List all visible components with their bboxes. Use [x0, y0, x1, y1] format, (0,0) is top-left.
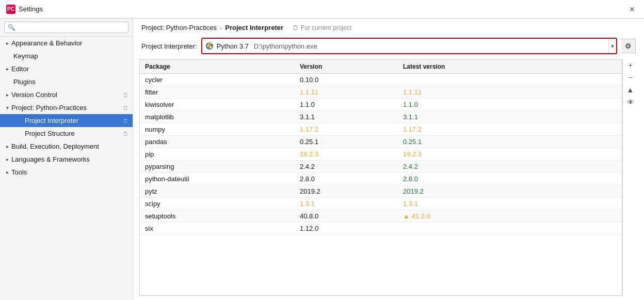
sidebar-item-keymap[interactable]: Keymap: [0, 50, 133, 62]
cell-package: pip: [140, 148, 295, 160]
cell-latest: 0.25.1: [398, 136, 622, 148]
cell-package: kiwisolver: [140, 99, 295, 110]
cell-latest: 2.8.0: [398, 173, 622, 185]
search-input[interactable]: [4, 22, 128, 33]
main-layout: ▸Appearance & BehaviorKeymap▸EditorPlugi…: [0, 19, 644, 300]
interpreter-row: Project Interpreter: Python 3.7 D:\pytho…: [133, 35, 644, 59]
copy-icon: 🗒: [123, 92, 128, 98]
sidebar-item-editor[interactable]: ▸Editor: [0, 62, 133, 75]
remove-package-button[interactable]: −: [624, 72, 637, 83]
breadcrumb-separator: ›: [220, 24, 222, 31]
sidebar-item-label: Languages & Frameworks: [11, 155, 90, 163]
copy-icon: 🗒: [123, 118, 128, 124]
hint-text: For current project: [301, 24, 351, 31]
content-area: Project: Python-Practices › Project Inte…: [133, 19, 644, 300]
close-button[interactable]: ✕: [626, 4, 638, 15]
sidebar-item-plugins[interactable]: Plugins: [0, 75, 133, 88]
cell-version: 40.8.0: [295, 210, 398, 222]
table-row[interactable]: setuptools 40.8.0 ▲ 41.2.0: [140, 210, 622, 223]
cell-package: matplotlib: [140, 111, 295, 123]
cell-latest: 1.1.11: [398, 86, 622, 98]
cell-latest: 3.1.1: [398, 111, 622, 123]
sidebar-item-label: Editor: [11, 65, 29, 73]
sidebar-item-project[interactable]: ▾Project: Python-Practices🗒: [0, 101, 133, 114]
table-main: Package Version Latest version cycler 0.…: [139, 59, 622, 296]
table-row[interactable]: pytz 2019.2 2019.2: [140, 185, 622, 198]
cell-latest: 1.3.1: [398, 198, 622, 210]
col-header-version: Version: [295, 60, 398, 73]
copy-icon: 🗒: [123, 131, 128, 137]
table-row[interactable]: pip 19.2.3 19.2.3: [140, 148, 622, 161]
cell-version: 3.1.1: [295, 111, 398, 123]
app-title: Settings: [19, 5, 43, 13]
arrow-icon: ▾: [6, 105, 9, 110]
cell-package: pyparsing: [140, 161, 295, 172]
sidebar-item-label: Version Control: [11, 91, 57, 99]
breadcrumb-hint: 🗒 For current project: [293, 24, 351, 31]
sidebar-item-tools[interactable]: ▸Tools: [0, 166, 133, 179]
table-row[interactable]: numpy 1.17.2 1.17.2: [140, 123, 622, 136]
svg-point-1: [210, 43, 211, 44]
title-bar-left: PC Settings: [6, 5, 43, 14]
sidebar-item-label: Build, Execution, Deployment: [11, 143, 99, 150]
svg-point-2: [208, 48, 209, 49]
cell-latest: 1.17.2: [398, 123, 622, 135]
cell-version: 0.25.1: [295, 136, 398, 148]
right-actions: + − ▲ 👁: [622, 59, 638, 296]
sidebar-item-build[interactable]: ▸Build, Execution, Deployment: [0, 140, 133, 153]
sidebar-item-label: Project Structure: [25, 130, 75, 137]
cell-latest: 2019.2: [398, 185, 622, 197]
cell-version: 2.4.2: [295, 161, 398, 172]
cell-latest: [398, 223, 622, 234]
table-row[interactable]: matplotlib 3.1.1 3.1.1: [140, 111, 622, 123]
cell-version: 1.17.2: [295, 123, 398, 135]
cell-version: 1.1.0: [295, 99, 398, 110]
table-row[interactable]: pandas 0.25.1 0.25.1: [140, 136, 622, 148]
interpreter-dropdown[interactable]: Python 3.7 D:\python\python.exe: [202, 39, 608, 53]
sidebar-item-project-interpreter[interactable]: Project Interpreter🗒: [0, 114, 133, 127]
interpreter-selected-name: Python 3.7: [217, 42, 249, 50]
sidebar-item-label: Project Interpreter: [25, 117, 78, 124]
cell-version: 0.10.0: [295, 74, 398, 86]
gear-button[interactable]: ⚙: [621, 39, 636, 53]
cell-version: 19.2.3: [295, 148, 398, 160]
table-row[interactable]: kiwisolver 1.1.0 1.1.0: [140, 99, 622, 111]
breadcrumb-parent: Project: Python-Practices: [141, 24, 217, 31]
col-header-package: Package: [140, 60, 295, 73]
arrow-icon: ▸: [6, 92, 9, 98]
cell-latest: 2.4.2: [398, 161, 622, 172]
table-row[interactable]: fitter 1.1.11 1.1.11: [140, 86, 622, 99]
table-row[interactable]: pyparsing 2.4.2 2.4.2: [140, 161, 622, 173]
sidebar-item-languages[interactable]: ▸Languages & Frameworks: [0, 153, 133, 166]
title-bar: PC Settings ✕: [0, 0, 644, 19]
app-icon: PC: [6, 5, 15, 14]
arrow-icon: ▸: [6, 156, 9, 162]
sidebar: ▸Appearance & BehaviorKeymap▸EditorPlugi…: [0, 19, 133, 300]
table-row[interactable]: six 1.12.0: [140, 223, 622, 235]
add-package-button[interactable]: +: [624, 59, 637, 71]
cell-version: 2019.2: [295, 185, 398, 197]
table-section: Package Version Latest version cycler 0.…: [139, 59, 638, 296]
cell-version: 1.3.1: [295, 198, 398, 210]
sidebar-item-label: Keymap: [13, 52, 38, 60]
cell-latest: [398, 74, 622, 86]
table-row[interactable]: cycler 0.10.0: [140, 74, 622, 86]
cell-latest: ▲ 41.2.0: [398, 210, 622, 222]
sidebar-item-project-structure[interactable]: Project Structure🗒: [0, 127, 133, 140]
cell-package: pytz: [140, 185, 295, 197]
sidebar-item-version-control[interactable]: ▸Version Control🗒: [0, 88, 133, 101]
cell-latest: 1.1.0: [398, 99, 622, 110]
cell-version: 2.8.0: [295, 173, 398, 185]
interpreter-select-wrapper: Python 3.7 D:\python\python.exe ▾: [201, 38, 617, 54]
interpreter-label: Project Interpreter:: [141, 42, 197, 50]
cell-package: six: [140, 223, 295, 234]
dropdown-arrow[interactable]: ▾: [608, 39, 616, 53]
table-row[interactable]: scipy 1.3.1 1.3.1: [140, 198, 622, 210]
sidebar-item-appearance[interactable]: ▸Appearance & Behavior: [0, 37, 133, 50]
cell-version: 1.1.11: [295, 86, 398, 98]
eye-button[interactable]: 👁: [624, 97, 637, 108]
cell-package: scipy: [140, 198, 295, 210]
scroll-up-button[interactable]: ▲: [624, 84, 637, 96]
col-header-latest: Latest version: [398, 60, 622, 73]
table-row[interactable]: python-dateutil 2.8.0 2.8.0: [140, 173, 622, 185]
